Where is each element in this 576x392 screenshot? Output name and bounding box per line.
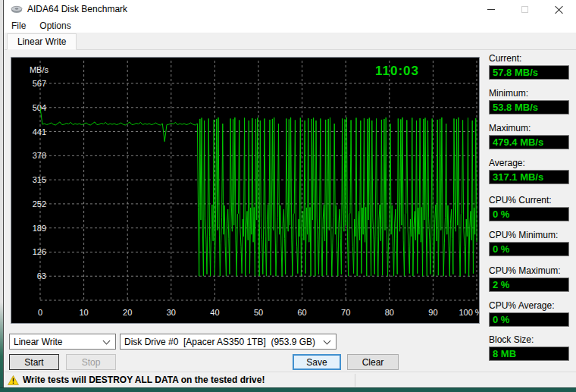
status-warning-text: Write tests will DESTROY ALL DATA on the… [23, 375, 265, 385]
app-window: AIDA64 Disk Benchmark File Options Linea… [5, 0, 576, 387]
stat-label: Block Size: [489, 334, 569, 345]
window-title: AIDA64 Disk Benchmark [27, 4, 127, 14]
stats-panel: Current: 57.8 MB/s Minimum: 53.8 MB/s Ma… [489, 0, 574, 364]
status-bar: Write tests will DESTROY ALL DATA on the… [5, 372, 576, 387]
stat-label: CPU% Minimum: [489, 230, 569, 240]
stat-value: 317.1 MB/s [489, 170, 569, 184]
drive-select-value: Disk Drive #0 [Apacer AS350 1TB] (953.9 … [124, 337, 321, 347]
stat-label: CPU% Maximum: [489, 265, 569, 276]
svg-text:100 %: 100 % [459, 308, 479, 317]
stat-value: 57.8 MB/s [489, 65, 569, 80]
stat-value: 0 % [489, 312, 569, 327]
stat-cpu-minimum: CPU% Minimum: 0 % [489, 230, 569, 256]
stat-label: Current: [489, 53, 569, 64]
svg-text:441: 441 [33, 127, 46, 136]
svg-text:40: 40 [210, 308, 219, 317]
stat-value: 2 % [489, 278, 569, 292]
stat-label: Average: [489, 158, 569, 168]
stat-maximum: Maximum: 479.4 MB/s [489, 123, 569, 149]
stat-cpu-current: CPU% Current: 0 % [489, 195, 569, 221]
drive-select[interactable]: Disk Drive #0 [Apacer AS350 1TB] (953.9 … [120, 334, 337, 350]
svg-text:126: 126 [33, 247, 46, 256]
tab-linear-write[interactable]: Linear Write [7, 33, 77, 50]
stat-label: CPU% Current: [489, 195, 569, 205]
svg-text:315: 315 [33, 175, 46, 184]
menu-options[interactable]: Options [33, 20, 77, 32]
save-button[interactable]: Save [293, 354, 341, 370]
stat-value: 479.4 MB/s [489, 135, 569, 149]
svg-text:60: 60 [297, 308, 306, 317]
stat-value: 0 % [489, 242, 569, 256]
stat-label: CPU% Average: [489, 300, 569, 311]
svg-text:70: 70 [341, 308, 350, 317]
svg-text:63: 63 [37, 271, 46, 281]
desktop-edge-bottom [0, 387, 576, 392]
svg-text:80: 80 [385, 308, 394, 317]
stat-label: Minimum: [489, 88, 569, 99]
menu-file[interactable]: File [5, 20, 33, 32]
start-button[interactable]: Start [9, 354, 59, 370]
stat-current: Current: 57.8 MB/s [489, 53, 569, 80]
y-axis-unit: MB/s [30, 65, 49, 74]
stat-cpu-maximum: CPU% Maximum: 2 % [489, 265, 569, 292]
clear-button[interactable]: Clear [347, 354, 399, 370]
stat-value: 8 MB [489, 347, 569, 361]
disk-icon [11, 3, 23, 15]
svg-text:567: 567 [33, 79, 46, 88]
chart-canvas: MB/s631261892523153784415045670102030405… [11, 58, 479, 323]
stat-average: Average: 317.1 MB/s [489, 158, 569, 184]
stat-cpu-average: CPU% Average: 0 % [489, 300, 569, 327]
svg-text:252: 252 [33, 199, 46, 209]
svg-text:20: 20 [123, 308, 132, 317]
svg-text:10: 10 [79, 308, 88, 317]
stat-minimum: Minimum: 53.8 MB/s [489, 88, 569, 114]
test-type-select[interactable]: Linear Write [9, 334, 116, 350]
svg-text:378: 378 [33, 151, 46, 160]
svg-text:504: 504 [33, 103, 46, 112]
svg-text:0: 0 [38, 308, 42, 317]
elapsed-time: 110:03 [375, 64, 419, 78]
stop-button[interactable]: Stop [66, 354, 116, 370]
stat-block-size: Block Size: 8 MB [489, 334, 569, 361]
chevron-down-icon [103, 337, 111, 344]
svg-text:50: 50 [254, 308, 263, 317]
status-divider [355, 374, 355, 387]
warning-triangle-icon [8, 375, 19, 385]
svg-text:30: 30 [167, 308, 176, 317]
stat-value: 53.8 MB/s [489, 100, 569, 114]
svg-text:189: 189 [33, 224, 46, 233]
desktop-edge-left [0, 0, 4, 387]
stat-value: 0 % [489, 207, 569, 221]
test-type-value: Linear Write [14, 337, 101, 347]
benchmark-chart: MB/s631261892523153784415045670102030405… [11, 57, 480, 324]
write-speed-line [40, 108, 477, 276]
svg-text:90: 90 [428, 308, 437, 317]
stat-label: Maximum: [489, 123, 569, 133]
chevron-down-icon [324, 337, 331, 344]
